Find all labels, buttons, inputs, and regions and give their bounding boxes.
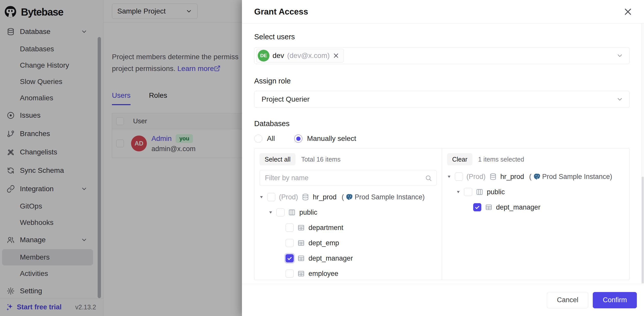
postgresql-icon: [533, 173, 541, 180]
tree-row-table[interactable]: dept_manager: [260, 251, 437, 266]
select-users-input[interactable]: DE dev (dev@x.com): [254, 47, 630, 64]
checkbox-checked[interactable]: [286, 254, 294, 262]
schema-icon: [476, 188, 483, 196]
filter-input[interactable]: [265, 174, 425, 182]
caret-down-icon[interactable]: [456, 190, 460, 194]
checkbox[interactable]: [276, 208, 285, 216]
table-icon: [297, 224, 305, 232]
selected-count: 1 items selected: [478, 156, 524, 163]
table-icon: [297, 270, 305, 277]
checkbox[interactable]: [286, 239, 294, 247]
radio-all[interactable]: All: [254, 135, 275, 143]
caret-down-icon[interactable]: [269, 211, 273, 214]
role-select[interactable]: Project Querier: [254, 91, 630, 108]
user-chip: DE dev (dev@x.com): [256, 49, 344, 63]
modal-header: Grant Access: [242, 0, 644, 23]
postgresql-icon: [345, 193, 353, 201]
table-icon: [297, 239, 305, 247]
databases-label: Databases: [254, 119, 630, 128]
selected-panel: Clear 1 items selected (Prod) hr_prod (P…: [442, 149, 630, 280]
confirm-button[interactable]: Confirm: [593, 292, 637, 308]
database-transfer-panels: Select all Total 16 items (Prod) hr_prod…: [254, 148, 630, 280]
radio-selected-icon: [294, 135, 302, 143]
cancel-button[interactable]: Cancel: [547, 292, 588, 308]
filter-input-wrap: [260, 170, 437, 186]
checkbox-checked[interactable]: [473, 203, 481, 211]
chevron-down-icon: [616, 96, 623, 103]
search-icon: [425, 175, 432, 181]
total-count: Total 16 items: [301, 156, 340, 163]
tree-row-table[interactable]: employee: [260, 266, 437, 280]
avatar: DE: [258, 50, 269, 62]
radio-icon: [254, 135, 262, 143]
assign-role-label: Assign role: [254, 77, 630, 85]
checkbox[interactable]: [464, 188, 472, 196]
clear-button[interactable]: Clear: [447, 153, 473, 165]
tree-row-schema[interactable]: public: [447, 184, 625, 200]
modal-body: Select users DE dev (dev@x.com) Assign r…: [242, 23, 644, 284]
modal-title: Grant Access: [254, 7, 308, 17]
caret-down-icon[interactable]: [260, 196, 264, 199]
selected-tree: (Prod) hr_prod (Prod Sample Instance) pu…: [447, 169, 625, 215]
source-panel: Select all Total 16 items (Prod) hr_prod…: [254, 149, 442, 280]
checkbox[interactable]: [286, 270, 294, 278]
close-icon[interactable]: [623, 7, 633, 17]
caret-down-icon[interactable]: [447, 175, 451, 178]
table-icon: [297, 254, 305, 262]
modal-footer: Cancel Confirm: [242, 284, 644, 316]
tree-row-schema[interactable]: public: [260, 205, 437, 220]
remove-user-icon[interactable]: [333, 52, 339, 59]
tree-row-table[interactable]: department: [260, 220, 437, 235]
scrollbar-thumb[interactable]: [642, 177, 644, 283]
grant-access-modal: Grant Access Select users DE dev (dev@x.…: [242, 0, 644, 316]
tree-row-table[interactable]: dept_emp: [260, 235, 437, 251]
schema-icon: [288, 209, 296, 216]
chevron-down-icon: [616, 52, 623, 59]
select-all-button[interactable]: Select all: [260, 153, 295, 165]
tree-row-database[interactable]: (Prod) hr_prod (Prod Sample Instance): [260, 189, 437, 205]
modal-scrollbar[interactable]: [641, 23, 644, 284]
tree-row-database[interactable]: (Prod) hr_prod (Prod Sample Instance): [447, 169, 625, 184]
radio-manually-select[interactable]: Manually select: [294, 135, 356, 143]
source-tree: (Prod) hr_prod (Prod Sample Instance) pu…: [260, 189, 437, 280]
database-scope-radios: All Manually select: [254, 135, 630, 143]
database-icon: [302, 193, 309, 201]
select-users-label: Select users: [254, 33, 630, 41]
tree-row-table[interactable]: dept_manager: [447, 200, 625, 215]
table-icon: [485, 203, 493, 211]
checkbox[interactable]: [267, 193, 275, 201]
database-icon: [489, 173, 497, 180]
checkbox[interactable]: [286, 224, 294, 232]
checkbox[interactable]: [455, 173, 463, 181]
